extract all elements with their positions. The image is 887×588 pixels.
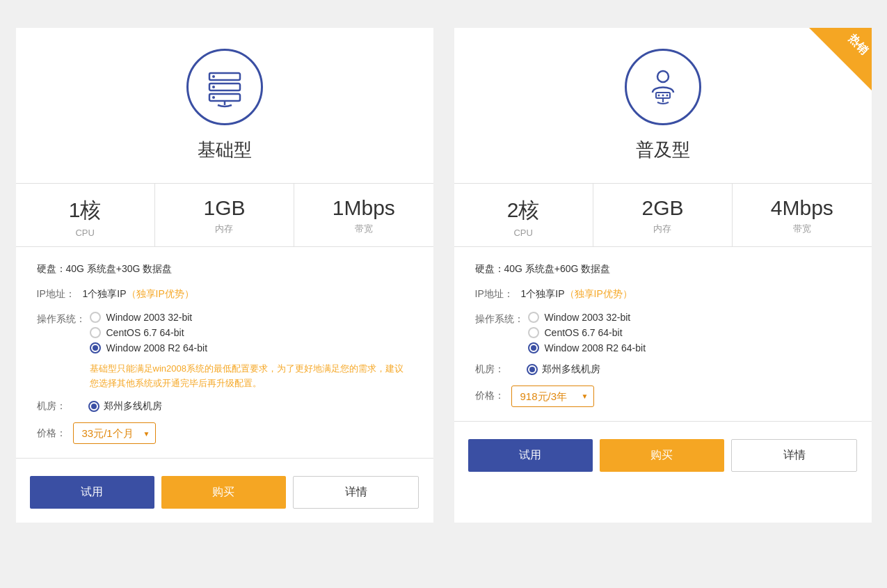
os-option-label-2: Window 2008 R2 64-bit — [545, 342, 646, 353]
spec-item-1: 1GB 内存 — [155, 184, 294, 246]
os-option-0[interactable]: Window 2003 32-bit — [528, 312, 646, 323]
os-label: 操作系统： — [475, 313, 524, 326]
svg-point-9 — [657, 95, 660, 97]
datacenter-row: 机房： 郑州多线机房 — [475, 363, 851, 376]
spec-item-0: 1核 CPU — [16, 184, 155, 246]
spec-label-0: CPU — [461, 228, 586, 238]
card-title: 普及型 — [636, 138, 690, 162]
price-select[interactable]: 33元/1个月99元/3个月396元/1年 — [73, 422, 156, 444]
card-standard: 热销 普及型 2核 CPU 2GB 内存 4Mbps 带宽 — [454, 28, 872, 523]
warning-text: 基础型只能满足win2008系统的最低配置要求，为了更好地满足您的需求，建议您选… — [90, 362, 413, 391]
ip-row: IP地址： 1个独享IP （独享IP优势） — [475, 286, 851, 301]
spec-label-2: 带宽 — [740, 223, 864, 235]
trial-button[interactable]: 试用 — [30, 476, 154, 509]
product-icon — [186, 49, 263, 125]
ip-row: IP地址： 1个独享IP （独享IP优势） — [37, 286, 413, 301]
radio-circle-2 — [528, 342, 539, 353]
spec-label-2: 带宽 — [301, 223, 426, 235]
spec-label-1: 内存 — [600, 223, 725, 235]
ip-label: IP地址： — [37, 286, 79, 301]
os-label: 操作系统： — [37, 313, 86, 326]
spec-label-1: 内存 — [162, 223, 287, 235]
ip-label: IP地址： — [475, 286, 517, 301]
datacenter-row: 机房： 郑州多线机房 — [37, 400, 413, 413]
price-row: 价格： 33元/1个月99元/3个月396元/1年 — [16, 422, 433, 444]
datacenter-name: 郑州多线机房 — [542, 363, 600, 376]
spec-value-0: 1核 — [23, 196, 147, 225]
disk-value: 硬盘：40G 系统盘+30G 数据盘 — [37, 261, 173, 276]
radio-circle-0 — [528, 312, 539, 323]
divider — [16, 458, 433, 459]
spec-value-2: 4Mbps — [740, 196, 864, 220]
spec-value-2: 1Mbps — [301, 196, 426, 220]
hot-badge — [809, 28, 872, 90]
os-option-label-1: CentOS 6.7 64-bit — [106, 327, 184, 338]
os-options: Window 2003 32-bit CentOS 6.7 64-bit Win… — [90, 312, 413, 391]
os-section: 操作系统： Window 2003 32-bit CentOS 6.7 64-b… — [475, 312, 851, 353]
ip-link[interactable]: （独享IP优势） — [565, 286, 632, 301]
spec-label-0: CPU — [23, 228, 147, 238]
os-option-1[interactable]: CentOS 6.7 64-bit — [90, 327, 413, 338]
buy-button[interactable]: 购买 — [600, 439, 724, 472]
spec-value-0: 2核 — [461, 196, 586, 225]
button-row: 试用 购买 详情 — [454, 429, 872, 479]
divider — [454, 421, 872, 422]
price-select[interactable]: 918元/3年66元/1个月 — [511, 386, 594, 407]
disk-value: 硬盘：40G 系统盘+60G 数据盘 — [475, 261, 611, 276]
trial-button[interactable]: 试用 — [468, 439, 593, 472]
os-option-label-2: Window 2008 R2 64-bit — [106, 342, 208, 353]
product-icon — [625, 49, 701, 125]
os-option-2[interactable]: Window 2008 R2 64-bit — [90, 342, 413, 353]
price-label: 价格： — [475, 390, 504, 402]
os-option-label-0: Window 2003 32-bit — [106, 312, 193, 323]
detail-button[interactable]: 详情 — [293, 476, 419, 509]
disk-row: 硬盘：40G 系统盘+60G 数据盘 — [475, 261, 851, 276]
detail-button[interactable]: 详情 — [731, 439, 857, 472]
datacenter-value: 郑州多线机房 — [88, 400, 162, 413]
spec-item-2: 1Mbps 带宽 — [294, 184, 433, 246]
ip-value: 1个独享IP — [83, 286, 127, 301]
radio-circle-0 — [90, 312, 101, 323]
specs-row: 2核 CPU 2GB 内存 4Mbps 带宽 — [454, 183, 872, 247]
ip-link[interactable]: （独享IP优势） — [127, 286, 194, 301]
disk-row: 硬盘：40G 系统盘+30G 数据盘 — [37, 261, 413, 276]
os-option-2[interactable]: Window 2008 R2 64-bit — [528, 342, 646, 353]
spec-item-2: 4Mbps 带宽 — [733, 184, 871, 246]
spec-item-1: 2GB 内存 — [593, 184, 733, 246]
datacenter-value: 郑州多线机房 — [527, 363, 600, 376]
ip-value: 1个独享IP — [521, 286, 565, 301]
svg-point-10 — [662, 95, 664, 97]
cards-container: 基础型 1核 CPU 1GB 内存 1Mbps 带宽 硬盘：40G 系统盘+30… — [16, 28, 872, 523]
datacenter-radio — [88, 401, 99, 412]
button-row: 试用 购买 详情 — [16, 466, 433, 516]
radio-circle-1 — [90, 327, 101, 338]
price-label: 价格： — [37, 427, 66, 440]
svg-point-3 — [212, 75, 215, 78]
price-row: 价格： 918元/3年66元/1个月 — [454, 386, 872, 407]
os-options: Window 2003 32-bit CentOS 6.7 64-bit Win… — [528, 312, 646, 353]
card-details: 硬盘：40G 系统盘+60G 数据盘 IP地址： 1个独享IP （独享IP优势）… — [454, 261, 872, 376]
os-option-1[interactable]: CentOS 6.7 64-bit — [528, 327, 646, 338]
os-option-0[interactable]: Window 2003 32-bit — [90, 312, 413, 323]
datacenter-label: 机房： — [37, 400, 79, 413]
os-section: 操作系统： Window 2003 32-bit CentOS 6.7 64-b… — [37, 312, 413, 391]
card-header: 基础型 — [16, 28, 433, 183]
svg-point-4 — [212, 86, 215, 88]
os-option-label-1: CentOS 6.7 64-bit — [545, 327, 623, 338]
buy-button[interactable]: 购买 — [161, 476, 286, 509]
radio-circle-1 — [528, 327, 539, 338]
price-select-wrapper[interactable]: 918元/3年66元/1个月 — [511, 386, 594, 407]
radio-circle-2 — [90, 342, 101, 353]
card-title: 基础型 — [198, 138, 252, 162]
spec-value-1: 2GB — [600, 196, 725, 220]
card-details: 硬盘：40G 系统盘+30G 数据盘 IP地址： 1个独享IP （独享IP优势）… — [16, 261, 433, 413]
os-option-label-0: Window 2003 32-bit — [545, 312, 631, 323]
svg-point-11 — [666, 95, 668, 97]
datacenter-label: 机房： — [475, 363, 517, 376]
datacenter-radio — [527, 364, 538, 375]
datacenter-name: 郑州多线机房 — [104, 400, 162, 413]
svg-point-7 — [657, 71, 669, 82]
price-select-wrapper[interactable]: 33元/1个月99元/3个月396元/1年 — [73, 422, 156, 444]
card-basic: 基础型 1核 CPU 1GB 内存 1Mbps 带宽 硬盘：40G 系统盘+30… — [16, 28, 433, 523]
spec-item-0: 2核 CPU — [454, 184, 593, 246]
